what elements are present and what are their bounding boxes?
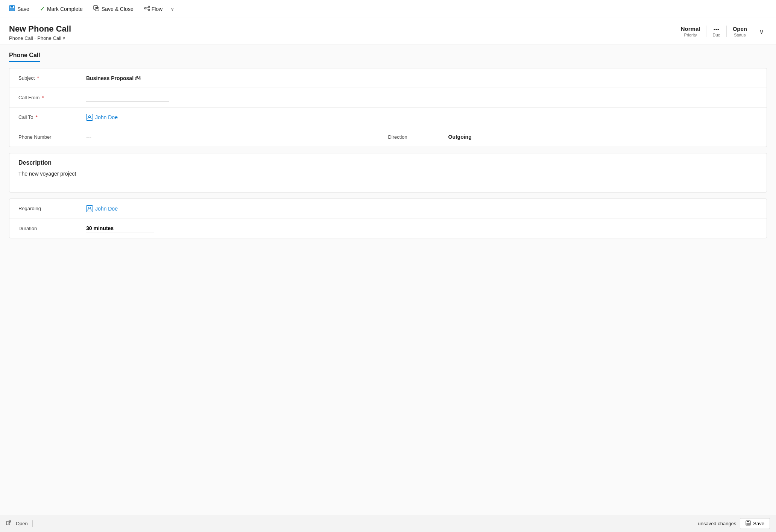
svg-line-10 bbox=[146, 8, 148, 9]
priority-value: Normal bbox=[681, 26, 700, 32]
direction-value[interactable]: Outgoing bbox=[448, 134, 758, 140]
direction-label: Direction bbox=[388, 134, 448, 140]
header-collapse-button[interactable]: ∨ bbox=[756, 26, 767, 37]
content-area: Phone Call Subject * Business Proposal #… bbox=[0, 44, 776, 515]
description-card: Description The new voyager project bbox=[9, 153, 767, 192]
duration-input[interactable] bbox=[86, 224, 154, 232]
toolbar: Save ✓ Mark Complete Save & Close Flow bbox=[0, 0, 776, 18]
chevron-down-icon: ∨ bbox=[759, 28, 764, 35]
regarding-row: Regarding John Doe bbox=[9, 199, 767, 218]
svg-point-6 bbox=[144, 8, 146, 9]
duration-value[interactable] bbox=[86, 224, 758, 232]
breadcrumb-current-dropdown[interactable]: Phone Call ∨ bbox=[37, 35, 65, 41]
checkmark-icon: ✓ bbox=[40, 5, 45, 12]
contact-icon bbox=[86, 114, 93, 121]
svg-rect-17 bbox=[747, 523, 750, 525]
open-status: Open Status bbox=[726, 26, 753, 37]
call-to-row: Call To * John Doe bbox=[9, 108, 767, 127]
breadcrumb: Phone Call · Phone Call ∨ bbox=[9, 35, 71, 41]
breadcrumb-separator: · bbox=[35, 35, 36, 41]
flow-button[interactable]: Flow bbox=[140, 3, 167, 15]
subject-row: Subject * Business Proposal #4 bbox=[9, 68, 767, 88]
status-bar: Open unsaved changes Save bbox=[0, 515, 776, 532]
svg-point-8 bbox=[148, 9, 150, 11]
save-close-label: Save & Close bbox=[102, 6, 134, 12]
mark-complete-label: Mark Complete bbox=[47, 6, 83, 12]
svg-rect-16 bbox=[747, 521, 749, 522]
due-label: Due bbox=[712, 33, 720, 37]
svg-rect-13 bbox=[6, 521, 10, 525]
bottom-save-button[interactable]: Save bbox=[740, 518, 770, 529]
call-from-label: Call From * bbox=[18, 95, 86, 101]
priority-status: Normal Priority bbox=[675, 26, 706, 37]
breadcrumb-chevron-icon: ∨ bbox=[62, 36, 65, 41]
subject-value[interactable]: Business Proposal #4 bbox=[86, 75, 758, 81]
priority-label: Priority bbox=[684, 33, 697, 37]
call-to-name: John Doe bbox=[95, 114, 118, 120]
phone-direction-row: Phone Number --- Direction Outgoing bbox=[9, 127, 767, 147]
page-title: New Phone Call bbox=[9, 24, 71, 34]
bottom-save-icon bbox=[746, 520, 751, 527]
description-text[interactable]: The new voyager project bbox=[18, 171, 758, 177]
statusbar-divider bbox=[32, 520, 33, 527]
duration-label: Duration bbox=[18, 226, 86, 231]
save-label: Save bbox=[17, 6, 29, 12]
due-status: --- Due bbox=[706, 26, 726, 37]
call-to-value[interactable]: John Doe bbox=[86, 114, 758, 121]
save-icon bbox=[9, 5, 15, 13]
duration-row: Duration bbox=[9, 218, 767, 238]
regarding-value[interactable]: John Doe bbox=[86, 205, 758, 212]
status-value: Open bbox=[733, 26, 747, 32]
description-divider bbox=[18, 186, 758, 186]
phone-number-label: Phone Number bbox=[18, 134, 86, 140]
flow-dropdown-button[interactable]: ∨ bbox=[169, 4, 176, 14]
due-value: --- bbox=[714, 26, 719, 32]
phone-number-value[interactable]: --- bbox=[86, 134, 388, 140]
breadcrumb-current-label: Phone Call bbox=[37, 35, 61, 41]
regarding-contact-icon bbox=[86, 205, 93, 212]
flow-icon bbox=[144, 5, 150, 13]
open-in-new-icon bbox=[6, 520, 11, 527]
phone-call-section-tab[interactable]: Phone Call bbox=[9, 52, 40, 62]
call-to-required-star: * bbox=[36, 114, 38, 120]
regarding-name: John Doe bbox=[95, 206, 118, 212]
flow-chevron-icon: ∨ bbox=[171, 6, 174, 12]
status-bar-right: unsaved changes Save bbox=[698, 518, 770, 529]
svg-rect-5 bbox=[96, 7, 98, 9]
bottom-save-label: Save bbox=[753, 521, 764, 526]
subject-label: Subject * bbox=[18, 75, 86, 81]
svg-point-7 bbox=[148, 6, 150, 8]
save-close-button[interactable]: Save & Close bbox=[89, 3, 138, 15]
call-from-input[interactable] bbox=[86, 94, 169, 102]
extra-form-card: Regarding John Doe Duration bbox=[9, 199, 767, 238]
save-button[interactable]: Save bbox=[5, 3, 34, 15]
call-from-row: Call From * bbox=[9, 88, 767, 108]
description-title: Description bbox=[18, 159, 758, 166]
unsaved-changes-label: unsaved changes bbox=[698, 521, 736, 526]
statusbar-open-label: Open bbox=[16, 521, 28, 526]
regarding-label: Regarding bbox=[18, 206, 86, 211]
page-header: New Phone Call Phone Call · Phone Call ∨… bbox=[0, 18, 776, 44]
mark-complete-button[interactable]: ✓ Mark Complete bbox=[35, 3, 87, 15]
save-close-icon bbox=[93, 5, 99, 13]
subject-required-star: * bbox=[37, 75, 39, 81]
breadcrumb-parent: Phone Call bbox=[9, 35, 33, 41]
svg-rect-2 bbox=[10, 8, 14, 11]
phone-col: Phone Number --- bbox=[18, 134, 388, 140]
call-from-value[interactable] bbox=[86, 94, 758, 102]
svg-line-9 bbox=[146, 7, 148, 8]
flow-label: Flow bbox=[152, 6, 163, 12]
call-from-required-star: * bbox=[42, 95, 44, 101]
svg-rect-1 bbox=[11, 6, 13, 8]
call-to-label: Call To * bbox=[18, 114, 86, 120]
page-header-left: New Phone Call Phone Call · Phone Call ∨ bbox=[9, 24, 71, 41]
page-header-right: Normal Priority --- Due Open Status ∨ bbox=[675, 26, 767, 37]
open-in-new-button[interactable] bbox=[6, 520, 11, 527]
status-label: Status bbox=[734, 33, 746, 37]
main-form-card: Subject * Business Proposal #4 Call From… bbox=[9, 68, 767, 147]
direction-col: Direction Outgoing bbox=[388, 134, 758, 140]
status-bar-left: Open bbox=[6, 520, 33, 527]
